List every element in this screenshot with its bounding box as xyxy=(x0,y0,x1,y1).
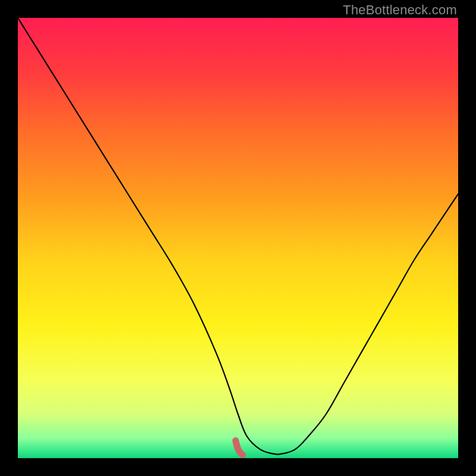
plot-area xyxy=(18,18,458,458)
gradient-background xyxy=(18,18,458,458)
chart-frame: TheBottleneck.com xyxy=(0,0,476,476)
credit-label: TheBottleneck.com xyxy=(343,2,457,18)
bottleneck-chart xyxy=(18,18,458,458)
